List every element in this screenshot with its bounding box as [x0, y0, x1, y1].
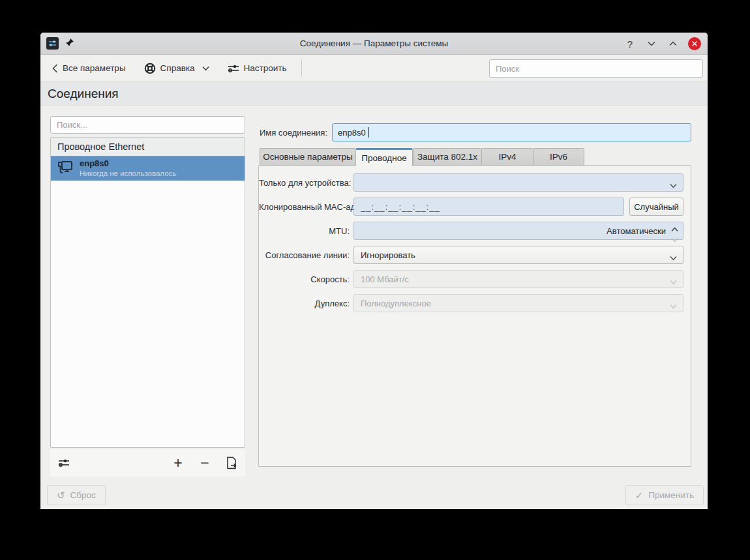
- editor-tabs: Основные параметры Проводное Защита 802.…: [260, 148, 584, 166]
- life-buoy-icon: [144, 63, 156, 74]
- connection-name-row: Имя соединения:: [258, 123, 691, 141]
- wired-network-icon: [57, 159, 74, 179]
- tab-8021x-security[interactable]: Защита 802.1x: [413, 148, 481, 166]
- desktop-background: Соединения — Параметры системы ?: [0, 0, 750, 560]
- tab-ipv6[interactable]: IPv6: [533, 148, 584, 166]
- reset-button: ↺ Сброс: [47, 485, 106, 505]
- link-negotiation-label: Согласование линии:: [259, 250, 350, 260]
- tab-label: IPv4: [498, 152, 516, 162]
- mtu-label: MTU:: [259, 226, 350, 236]
- connection-name: enp8s0: [80, 158, 176, 169]
- remove-connection-icon[interactable]: −: [197, 455, 213, 471]
- chevron-down-icon: [202, 66, 209, 71]
- device-label: Только для устройства:: [259, 178, 350, 188]
- undo-icon: ↺: [57, 490, 65, 500]
- help-button-label: Справка: [160, 63, 195, 73]
- chevron-left-icon: [52, 64, 58, 73]
- text-caret: [368, 127, 369, 138]
- minimize-icon[interactable]: [645, 37, 658, 50]
- tab-general[interactable]: Основные параметры: [260, 148, 355, 166]
- mtu-row: MTU: Автоматически: [259, 222, 683, 240]
- main-toolbar: Все параметры Справка Настроить: [40, 55, 708, 81]
- random-mac-button[interactable]: Случайный: [629, 198, 683, 216]
- tab-ipv4[interactable]: IPv4: [481, 148, 533, 166]
- tab-label: Основные параметры: [263, 152, 352, 162]
- add-connection-icon[interactable]: +: [170, 455, 186, 471]
- tab-label: Проводное: [361, 153, 406, 163]
- chevron-down-icon: [670, 277, 677, 287]
- speed-label: Скорость:: [259, 274, 350, 284]
- apply-button: ✓ Применить: [625, 485, 704, 505]
- help-window-button[interactable]: ?: [623, 37, 637, 50]
- chevron-down-icon: [670, 301, 677, 311]
- mtu-spinbox[interactable]: Автоматически: [353, 222, 683, 240]
- wired-tab-panel: Только для устройства: Клонированный MAC…: [258, 165, 691, 467]
- maximize-icon[interactable]: [667, 37, 680, 50]
- help-menu-button[interactable]: Справка: [142, 59, 212, 78]
- connection-name-input[interactable]: [332, 123, 691, 141]
- speed-combobox: 100 Мбайт/с: [353, 270, 683, 288]
- window-title: Соединения — Параметры системы: [40, 38, 708, 48]
- connection-list: Проводное Ethernet enp8s0 Никогда не исп…: [50, 137, 245, 448]
- duplex-value: Полнодуплексное: [361, 299, 431, 308]
- sliders-icon: [228, 63, 239, 74]
- mtu-value: Автоматически: [607, 226, 666, 236]
- duplex-label: Дуплекс:: [259, 299, 350, 308]
- link-negotiation-row: Согласование линии: Игнорировать: [259, 246, 683, 264]
- group-label: Проводное Ethernet: [57, 141, 144, 152]
- spin-up-icon[interactable]: [671, 224, 678, 234]
- configure-button-label: Настроить: [244, 63, 287, 73]
- cloned-mac-row: Клонированный MAC-адрес: Случайный: [259, 198, 683, 216]
- spin-down-icon[interactable]: [671, 235, 678, 244]
- system-settings-window: Соединения — Параметры системы ?: [40, 33, 708, 509]
- tab-label: Защита 802.1x: [417, 152, 477, 162]
- pin-icon[interactable]: [65, 38, 74, 50]
- cloned-mac-input[interactable]: [353, 198, 624, 216]
- cloned-mac-label: Клонированный MAC-адрес:: [259, 202, 350, 212]
- titlebar[interactable]: Соединения — Параметры системы ?: [40, 33, 708, 55]
- connection-search-input[interactable]: [50, 116, 245, 134]
- tab-wired[interactable]: Проводное: [355, 148, 413, 166]
- chevron-down-icon: [670, 253, 677, 263]
- configure-button[interactable]: Настроить: [225, 59, 290, 78]
- tab-label: IPv6: [550, 152, 567, 162]
- list-actions-toolbar: + −: [50, 449, 245, 477]
- speed-row: Скорость: 100 Мбайт/с: [259, 270, 683, 288]
- chevron-down-icon: [670, 181, 677, 190]
- back-button-label: Все параметры: [63, 63, 126, 73]
- back-all-settings-button[interactable]: Все параметры: [50, 59, 128, 78]
- checkmark-icon: ✓: [635, 490, 644, 500]
- device-row: Только для устройства:: [259, 173, 683, 192]
- duplex-combobox: Полнодуплексное: [353, 294, 683, 312]
- toolbar-separator: [301, 59, 302, 77]
- close-icon[interactable]: [688, 37, 701, 50]
- page-title: Соединения: [48, 87, 119, 101]
- apply-button-label: Применить: [648, 490, 694, 500]
- connection-list-item[interactable]: enp8s0 Никогда не использовалось: [51, 156, 245, 181]
- link-negotiation-combobox[interactable]: Игнорировать: [353, 246, 683, 264]
- connection-group-header: Проводное Ethernet: [51, 138, 245, 156]
- app-icon: [46, 37, 59, 50]
- export-connection-icon[interactable]: [224, 455, 239, 471]
- toolbar-search-input[interactable]: [489, 59, 703, 78]
- speed-value: 100 Мбайт/с: [361, 274, 409, 284]
- duplex-row: Дуплекс: Полнодуплексное: [259, 294, 683, 312]
- device-combobox[interactable]: [353, 173, 683, 192]
- connection-status: Никогда не использовалось: [80, 169, 176, 178]
- link-negotiation-value: Игнорировать: [361, 250, 415, 260]
- configure-connections-icon[interactable]: [56, 455, 72, 471]
- page-header: Соединения: [40, 81, 708, 106]
- connection-name-label: Имя соединения:: [258, 128, 327, 138]
- reset-button-label: Сброс: [70, 490, 96, 500]
